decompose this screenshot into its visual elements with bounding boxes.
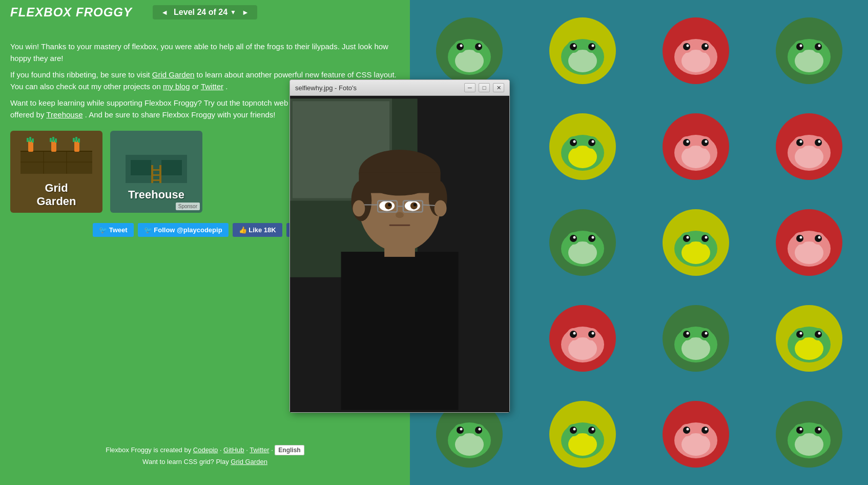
svg-point-126 bbox=[795, 241, 823, 264]
svg-rect-11 bbox=[52, 137, 54, 142]
footer-credits: Flexbox Froggy is created by Codepip · G… bbox=[0, 446, 410, 454]
svg-point-75 bbox=[570, 139, 577, 146]
frog-cell-15 bbox=[639, 291, 752, 387]
svg-point-113 bbox=[573, 236, 575, 238]
svg-rect-22 bbox=[151, 169, 161, 171]
svg-point-222 bbox=[414, 203, 417, 206]
svg-rect-18 bbox=[131, 160, 151, 175]
svg-point-39 bbox=[570, 43, 577, 50]
next-level-button[interactable]: ► bbox=[239, 7, 252, 17]
svg-point-85 bbox=[701, 139, 709, 146]
twitter-icon: 🐦 bbox=[99, 226, 109, 234]
minimize-button[interactable]: ─ bbox=[464, 83, 476, 92]
svg-point-51 bbox=[705, 44, 707, 47]
level-label: Level 24 of 24 bbox=[174, 8, 228, 17]
twitter-link-1[interactable]: Twitter bbox=[201, 82, 223, 91]
svg-point-144 bbox=[568, 337, 597, 360]
follow-twitter-icon: 🐦 bbox=[144, 226, 154, 234]
svg-point-130 bbox=[815, 235, 822, 242]
svg-rect-8 bbox=[32, 138, 34, 143]
svg-point-27 bbox=[455, 50, 484, 72]
svg-point-147 bbox=[570, 331, 577, 338]
svg-point-195 bbox=[705, 428, 707, 431]
my-blog-link[interactable]: my blog bbox=[163, 82, 190, 91]
svg-point-158 bbox=[686, 332, 689, 335]
frog-cell-11 bbox=[639, 194, 752, 290]
svg-rect-6 bbox=[27, 138, 29, 142]
frog-cell-2 bbox=[526, 3, 639, 98]
like-button[interactable]: 👍 Like 18K bbox=[233, 223, 282, 237]
treehouse-card-title: Treehouse bbox=[128, 188, 184, 201]
svg-point-185 bbox=[573, 428, 575, 431]
svg-point-176 bbox=[460, 428, 462, 431]
titlebar-controls: ─ □ ✕ bbox=[464, 83, 504, 92]
svg-point-40 bbox=[588, 43, 595, 50]
like-icon: 👍 bbox=[239, 226, 249, 234]
frog-cell-16 bbox=[752, 291, 865, 387]
frog-cell-10 bbox=[526, 194, 639, 290]
svg-point-59 bbox=[799, 44, 802, 47]
svg-point-78 bbox=[591, 140, 594, 143]
svg-point-49 bbox=[701, 43, 709, 50]
svg-point-54 bbox=[795, 50, 823, 72]
frog-cell-4 bbox=[752, 3, 865, 98]
svg-rect-24 bbox=[151, 179, 161, 181]
svg-point-132 bbox=[818, 236, 820, 238]
frog-cell-3 bbox=[639, 3, 752, 98]
svg-point-58 bbox=[815, 43, 822, 50]
treehouse-link[interactable]: Treehouse bbox=[46, 110, 82, 119]
svg-point-72 bbox=[568, 146, 597, 168]
svg-point-175 bbox=[475, 427, 482, 434]
github-link[interactable]: GitHub bbox=[223, 446, 244, 454]
svg-point-84 bbox=[683, 139, 690, 146]
svg-point-117 bbox=[681, 241, 710, 264]
english-badge[interactable]: English bbox=[275, 445, 304, 455]
frog-cell-8 bbox=[752, 98, 865, 194]
frog-cell-12 bbox=[752, 194, 865, 290]
frog-cell-19 bbox=[639, 387, 752, 482]
twitter-link-footer[interactable]: Twitter bbox=[250, 446, 269, 454]
treehouse-card[interactable]: Treehouse Sponsor bbox=[110, 131, 202, 213]
svg-point-48 bbox=[683, 43, 690, 50]
frog-cell-18 bbox=[526, 387, 639, 482]
svg-point-167 bbox=[799, 332, 802, 335]
svg-point-42 bbox=[591, 44, 594, 47]
footer-grid-text: Want to learn CSS grid? Play Grid Garden bbox=[0, 458, 410, 466]
svg-point-57 bbox=[796, 43, 803, 50]
svg-point-33 bbox=[478, 44, 481, 47]
svg-point-129 bbox=[796, 235, 803, 242]
maximize-button[interactable]: □ bbox=[479, 83, 490, 92]
svg-point-114 bbox=[591, 236, 594, 238]
svg-point-189 bbox=[681, 433, 710, 456]
svg-rect-19 bbox=[161, 160, 182, 175]
dropdown-icon[interactable]: ▼ bbox=[230, 9, 236, 16]
svg-rect-7 bbox=[29, 137, 31, 142]
svg-point-194 bbox=[686, 428, 689, 431]
svg-point-221 bbox=[388, 203, 391, 206]
photo-viewer-window: selfiewhy.jpg - Foto's ─ □ ✕ bbox=[290, 79, 510, 413]
svg-point-203 bbox=[799, 428, 802, 431]
follow-button[interactable]: 🐦 Follow @playcodepip bbox=[138, 223, 229, 237]
svg-point-174 bbox=[457, 427, 464, 434]
svg-rect-23 bbox=[151, 174, 161, 176]
codepip-link[interactable]: Codepip bbox=[193, 446, 218, 454]
sponsor-tag: Sponsor bbox=[176, 203, 200, 210]
svg-point-198 bbox=[795, 433, 823, 456]
photo-titlebar-title: selfiewhy.jpg - Foto's bbox=[295, 84, 357, 92]
svg-point-165 bbox=[796, 331, 803, 338]
prev-level-button[interactable]: ◄ bbox=[158, 7, 171, 17]
svg-point-111 bbox=[570, 235, 577, 242]
grid-garden-link-1[interactable]: Grid Garden bbox=[152, 70, 195, 79]
grid-garden-card[interactable]: GridGarden bbox=[10, 131, 102, 213]
svg-rect-16 bbox=[78, 138, 80, 143]
tweet-button[interactable]: 🐦 Tweet bbox=[93, 223, 134, 237]
frog-cell-7 bbox=[639, 98, 752, 194]
svg-point-96 bbox=[818, 140, 820, 143]
photo-titlebar: selfiewhy.jpg - Foto's ─ □ ✕ bbox=[290, 80, 509, 96]
svg-point-122 bbox=[686, 236, 689, 238]
grid-garden-link-footer[interactable]: Grid Garden bbox=[231, 458, 267, 466]
close-button[interactable]: ✕ bbox=[493, 83, 504, 92]
svg-point-228 bbox=[396, 212, 404, 218]
svg-point-36 bbox=[568, 50, 597, 72]
svg-point-77 bbox=[573, 140, 575, 143]
